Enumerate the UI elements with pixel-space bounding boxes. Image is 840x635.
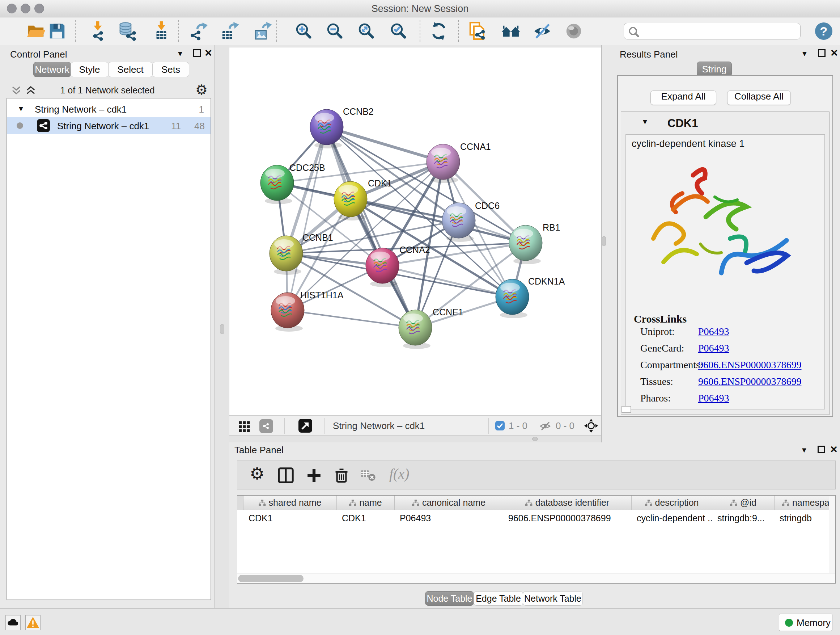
export-image-icon[interactable] — [252, 21, 272, 42]
crosslink-genecard-link[interactable]: P06493 — [698, 342, 729, 354]
export-network-icon[interactable] — [189, 21, 208, 42]
move-crosshair-icon[interactable] — [584, 418, 598, 434]
right-splitter-handle[interactable] — [602, 236, 606, 246]
tab-node-table[interactable]: Node Table — [425, 591, 474, 606]
crosslink-pharos-link[interactable]: P06493 — [698, 393, 729, 404]
birds-eye-view-icon[interactable] — [298, 418, 313, 434]
zoom-fit-content-icon[interactable] — [357, 21, 376, 42]
scrollbar-thumb[interactable] — [238, 575, 303, 582]
houses-icon[interactable] — [501, 21, 521, 42]
panel-menu-icon[interactable]: ▼ — [177, 50, 184, 58]
save-session-icon[interactable] — [47, 21, 67, 42]
cell-namespace[interactable]: stringdb — [775, 510, 836, 526]
vertical-scrollbar[interactable] — [829, 496, 835, 583]
cell-database-identifier[interactable]: 9606.ENSP00000378699 — [503, 510, 632, 526]
network-view-share-icon[interactable] — [259, 419, 273, 435]
zoom-selected-icon[interactable] — [389, 21, 409, 42]
help-button[interactable]: ? — [815, 22, 832, 40]
crosslink-compartments-link[interactable]: 9606.ENSP00000378699 — [698, 359, 801, 371]
column-header--id[interactable]: @id — [712, 496, 775, 510]
tab-network[interactable]: Network — [33, 62, 71, 77]
table-row[interactable]: CDK1CDK1P064939606.ENSP00000378699cyclin… — [243, 510, 836, 526]
panel-close-icon[interactable]: × — [205, 47, 212, 58]
search-input[interactable] — [641, 24, 796, 38]
eye-icon[interactable] — [564, 21, 584, 42]
network-edge-CCNA2-CDKN1A[interactable] — [382, 266, 512, 297]
expand-all-button[interactable]: Expand All — [651, 90, 716, 105]
gear-icon[interactable]: ⚙ — [195, 83, 208, 97]
hidden-eye-icon[interactable] — [539, 420, 551, 433]
add-column-icon[interactable] — [306, 467, 322, 483]
network-canvas[interactable]: CCNB2CCNA1CDC25BCDK1CDC6RB1CCNB1CCNA2CDK… — [229, 48, 601, 415]
panel-float-icon[interactable] — [818, 446, 825, 453]
cloud-icon[interactable] — [5, 615, 21, 630]
left-splitter[interactable] — [215, 45, 229, 608]
tab-style[interactable]: Style — [71, 62, 109, 77]
tab-network-table[interactable]: Network Table — [523, 591, 583, 606]
cell-description[interactable]: cyclin-dependent ... — [632, 510, 712, 526]
column-header-database-identifier[interactable]: database identifier — [503, 496, 632, 510]
select-columns-icon[interactable] — [278, 467, 294, 483]
hierarchy-icon — [525, 500, 532, 506]
warning-icon[interactable] — [25, 615, 41, 630]
column-header-namespace[interactable]: namespace — [775, 496, 836, 510]
protein-section-header[interactable]: ▼ CDK1 — [621, 112, 829, 134]
panel-menu-icon[interactable]: ▼ — [801, 50, 808, 58]
panel-float-icon[interactable] — [193, 49, 201, 57]
panel-close-icon[interactable]: × — [830, 443, 837, 454]
scrollbar-stub[interactable] — [622, 406, 631, 413]
export-table-icon[interactable] — [220, 21, 240, 42]
cell-name[interactable]: CDK1 — [337, 510, 395, 526]
hierarchy-icon — [412, 500, 419, 506]
import-table-icon[interactable] — [152, 21, 171, 42]
collapse-all-button[interactable]: Collapse All — [727, 90, 791, 105]
column-header-description[interactable]: description — [632, 496, 712, 510]
tab-string[interactable]: String — [697, 62, 732, 77]
string-copy-network-icon[interactable] — [468, 21, 487, 42]
cell-canonical-name[interactable]: P06493 — [395, 510, 503, 526]
delete-table-icon[interactable] — [360, 467, 376, 483]
cell--id[interactable]: stringdb:9... — [712, 510, 775, 526]
hide-unhide-icon[interactable] — [532, 21, 552, 42]
section-expand-icon[interactable]: ▼ — [641, 118, 649, 126]
splitter-handle[interactable] — [220, 324, 224, 334]
network-edge-CCNB2-CCNA1[interactable] — [327, 127, 443, 162]
column-header-shared-name[interactable]: shared name — [243, 496, 337, 510]
tab-sets[interactable]: Sets — [152, 62, 189, 77]
tree-expand-icon[interactable]: ▼ — [17, 105, 25, 113]
panel-menu-icon[interactable]: ▼ — [801, 446, 808, 454]
network-edge-CCNB2-HIST1H1A[interactable] — [287, 127, 327, 310]
cell-shared-name[interactable]: CDK1 — [243, 510, 337, 526]
collapse-all-icon[interactable] — [11, 86, 22, 95]
import-network-from-database-icon[interactable] — [118, 21, 137, 42]
zoom-out-icon[interactable] — [325, 21, 345, 42]
network-graph[interactable]: CCNB2CCNA1CDC25BCDK1CDC6RB1CCNB1CCNA2CDK… — [229, 48, 601, 415]
function-builder-icon[interactable]: f(x) — [389, 465, 409, 482]
splitter-handle[interactable] — [532, 437, 538, 441]
table-tabs: Node TableEdge TableNetwork Table — [425, 591, 583, 606]
memory-label: Memory — [797, 617, 831, 629]
open-session-icon[interactable] — [27, 21, 46, 42]
tab-edge-table[interactable]: Edge Table — [474, 591, 523, 606]
table-gear-icon[interactable]: ⚙ — [249, 464, 265, 480]
panel-close-icon[interactable]: × — [831, 47, 838, 58]
crosslink-uniprot-link[interactable]: P06493 — [698, 326, 729, 337]
network-edge-HIST1H1A-CCNE1[interactable] — [287, 310, 415, 328]
memory-button[interactable]: Memory — [779, 614, 832, 631]
grid-view-icon[interactable] — [238, 420, 251, 434]
panel-float-icon[interactable] — [818, 49, 826, 57]
expand-all-icon[interactable] — [25, 86, 36, 95]
zoom-in-icon[interactable] — [294, 21, 314, 42]
column-header-canonical-name[interactable]: canonical name — [395, 496, 503, 510]
delete-column-icon[interactable] — [333, 467, 349, 483]
network-collection-row[interactable]: ▼ String Network – cdk1 1 — [7, 101, 210, 117]
horizontal-scrollbar[interactable] — [237, 573, 835, 583]
column-header-name[interactable]: name — [337, 496, 395, 510]
tab-select[interactable]: Select — [108, 62, 153, 77]
selected-checkbox[interactable] — [495, 421, 505, 432]
network-row-selected[interactable]: String Network – cdk1 11 48 — [7, 117, 210, 134]
import-network-icon[interactable] — [88, 21, 108, 42]
refresh-icon[interactable] — [429, 21, 448, 42]
search-box[interactable] — [624, 23, 801, 40]
crosslink-tissues-link[interactable]: 9606.ENSP00000378699 — [698, 376, 801, 387]
